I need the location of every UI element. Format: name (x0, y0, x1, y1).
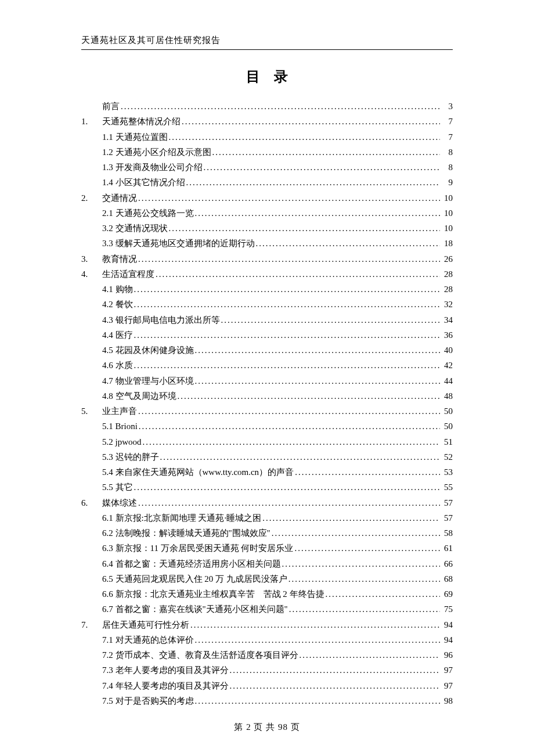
toc-entry-number: 4. (81, 267, 102, 282)
toc-entry: 4.6 水质42 (81, 358, 453, 373)
toc-entry-label: 4.6 水质 (102, 358, 133, 373)
toc-entry-label: 4.8 空气及周边环境 (102, 388, 176, 404)
table-of-contents: 前言31.天通苑整体情况介绍71.1 天通苑位置图71.2 天通苑小区介绍及示意… (81, 99, 453, 708)
toc-entry-page: 97 (440, 678, 453, 693)
toc-entry-label: 6.2 法制晚报：解读睡城天通苑的"围城效应" (102, 525, 270, 541)
toc-entry-label: 前言 (102, 99, 120, 114)
toc-leader-dots (176, 388, 441, 404)
toc-entry-page: 26 (440, 251, 453, 267)
toc-entry-page: 18 (440, 236, 453, 251)
toc-entry: 6.媒体综述57 (81, 495, 453, 510)
toc-entry-label: 6.7 首都之窗：嘉宾在线谈"天通苑小区相关问题" (102, 602, 288, 617)
toc-entry-label: 6.1 新京报:北京新闻地理 天通苑·睡城之困 (102, 510, 261, 525)
toc-leader-dots (194, 632, 441, 647)
toc-leader-dots (194, 206, 441, 221)
toc-leader-dots (220, 312, 441, 327)
toc-entry-page: 3 (440, 99, 453, 114)
toc-entry: 5.业主声音50 (81, 404, 453, 419)
toc-entry: 4.7 物业管理与小区环境44 (81, 373, 453, 388)
toc-leader-dots (120, 99, 440, 114)
toc-entry-label: 4.5 花园及休闲健身设施 (102, 343, 194, 358)
toc-entry-page: 50 (440, 404, 453, 419)
toc-entry-number: 2. (81, 190, 102, 206)
toc-entry-page: 7 (440, 129, 453, 145)
toc-leader-dots (281, 556, 441, 571)
toc-entry: 7.5 对于是否购买的考虑98 (81, 693, 453, 708)
toc-leader-dots (189, 617, 440, 632)
toc-leader-dots (255, 236, 441, 251)
toc-entry-page: 51 (440, 434, 453, 449)
toc-entry-label: 1.1 天通苑位置图 (102, 129, 168, 145)
toc-entry: 4.生活适宜程度28 (81, 267, 453, 282)
toc-leader-dots (194, 373, 441, 388)
toc-leader-dots (133, 297, 441, 312)
toc-entry-page: 32 (440, 297, 453, 312)
toc-leader-dots (133, 282, 441, 297)
toc-entry-number: 5. (81, 404, 102, 419)
toc-entry: 5.5 其它55 (81, 480, 453, 495)
toc-entry-page: 9 (440, 175, 453, 190)
toc-entry: 3.教育情况26 (81, 251, 453, 267)
toc-entry-label: 7.5 对于是否购买的考虑 (102, 693, 194, 708)
toc-heading: 目录 (81, 67, 453, 86)
toc-entry-page: 40 (440, 343, 453, 358)
toc-entry: 2.交通情况10 (81, 190, 453, 206)
toc-entry-page: 10 (440, 190, 453, 206)
toc-entry-label: 业主声音 (102, 404, 137, 419)
toc-entry-page: 96 (440, 647, 453, 663)
toc-entry-page: 34 (440, 312, 453, 327)
header-divider (81, 49, 453, 50)
toc-entry-number: 1. (81, 114, 102, 129)
toc-entry: 3.3 缓解天通苑地区交通拥堵的近期行动18 (81, 236, 453, 251)
toc-entry-label: 3.3 缓解天通苑地区交通拥堵的近期行动 (102, 236, 255, 251)
toc-entry: 5.3 迟钝的胖子52 (81, 449, 453, 465)
toc-entry-label: 7.1 对天通苑的总体评价 (102, 632, 194, 647)
toc-leader-dots (185, 175, 441, 190)
toc-entry-page: 61 (440, 541, 453, 556)
toc-entry-number: 6. (81, 495, 102, 510)
toc-entry: 6.4 首都之窗：天通苑经济适用房小区相关问题66 (81, 556, 453, 571)
toc-entry: 4.1 购物28 (81, 282, 453, 297)
toc-entry-label: 5.5 其它 (102, 480, 133, 495)
toc-entry-label: 5.4 来自家住天通苑网站（www.tty.com.cn）的声音 (102, 465, 294, 480)
toc-entry-label: 5.1 Brioni (102, 419, 138, 434)
toc-entry-label: 媒体综述 (102, 495, 137, 510)
toc-entry-label: 4.7 物业管理与小区环境 (102, 373, 194, 388)
toc-entry-label: 4.1 购物 (102, 282, 133, 297)
toc-entry: 7.2 货币成本、交通、教育及生活舒适度各项目评分96 (81, 647, 453, 663)
toc-leader-dots (288, 602, 440, 617)
toc-entry: 6.3 新京报：11 万余居民受困天通苑 何时安居乐业61 (81, 541, 453, 556)
toc-leader-dots (287, 571, 440, 586)
toc-leader-dots (154, 267, 440, 282)
toc-leader-dots (142, 434, 441, 449)
toc-entry-page: 97 (440, 663, 453, 678)
toc-entry: 4.2 餐饮32 (81, 297, 453, 312)
toc-entry-page: 57 (440, 510, 453, 525)
toc-leader-dots (194, 693, 441, 708)
toc-entry-page: 55 (440, 480, 453, 495)
toc-entry-page: 94 (440, 617, 453, 632)
toc-entry-page: 48 (440, 388, 453, 404)
toc-leader-dots (229, 678, 441, 693)
toc-leader-dots (137, 251, 440, 267)
toc-leader-dots (168, 221, 441, 236)
toc-entry: 7.4 年轻人要考虑的项目及其评分97 (81, 678, 453, 693)
toc-entry-page: 58 (440, 525, 453, 541)
toc-leader-dots (203, 160, 441, 175)
toc-leader-dots (229, 663, 441, 678)
toc-leader-dots (133, 480, 441, 495)
toc-leader-dots (137, 404, 440, 419)
toc-entry: 6.1 新京报:北京新闻地理 天通苑·睡城之困57 (81, 510, 453, 525)
toc-entry-label: 教育情况 (102, 251, 137, 267)
toc-entry: 7.居住天通苑可行性分析94 (81, 617, 453, 632)
toc-entry: 4.3 银行邮局电信电力派出所等34 (81, 312, 453, 327)
toc-leader-dots (133, 358, 441, 373)
toc-entry-page: 94 (440, 632, 453, 647)
running-header: 天通苑社区及其可居住性研究报告 (81, 35, 453, 46)
document-page: 天通苑社区及其可居住性研究报告 目录 前言31.天通苑整体情况介绍71.1 天通… (0, 0, 534, 708)
toc-entry-label: 交通情况 (102, 190, 137, 206)
toc-entry: 1.天通苑整体情况介绍7 (81, 114, 453, 129)
toc-entry-label: 6.4 首都之窗：天通苑经济适用房小区相关问题 (102, 556, 281, 571)
toc-entry-page: 8 (440, 145, 453, 160)
toc-entry-label: 4.3 银行邮局电信电力派出所等 (102, 312, 220, 327)
